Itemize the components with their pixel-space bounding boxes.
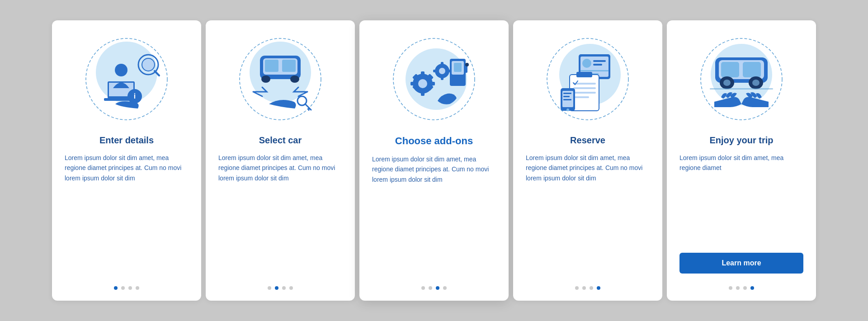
dot-4 [136,286,139,290]
svg-text:i: i [134,92,136,100]
dot-1 [114,286,118,290]
svg-rect-60 [573,96,589,98]
svg-point-26 [418,79,427,88]
svg-rect-15 [265,60,278,72]
card-title: Enjoy your trip [709,135,773,146]
svg-point-45 [465,63,469,66]
svg-point-63 [566,109,569,111]
svg-rect-37 [441,62,443,66]
card-text: Lorem ipsum dolor sit dim amet, mea regi… [218,153,342,183]
card-title: Reserve [570,135,605,146]
card-choose-addons: Choose add-ons Lorem ipsum dolor sit dim… [359,20,509,301]
svg-rect-38 [441,76,443,80]
dot-2 [736,286,740,290]
choose-addons-icon [389,34,479,124]
dot-2 [121,286,125,290]
svg-rect-58 [573,87,596,89]
svg-rect-39 [433,70,437,72]
dot-3 [128,286,132,290]
svg-point-17 [261,76,270,83]
dot-3 [590,286,593,290]
dot-3 [436,286,439,290]
svg-point-74 [723,80,731,86]
svg-rect-51 [593,60,606,62]
svg-rect-59 [573,92,596,94]
learn-more-button[interactable]: Learn more [679,253,803,274]
svg-rect-30 [429,82,435,85]
dot-1 [268,286,271,290]
dots-indicator [729,286,754,290]
enjoy-trip-icon [696,34,787,124]
dot-2 [275,286,278,290]
select-car-icon [235,34,326,124]
dot-4 [750,286,754,290]
card-text: Lorem ipsum dolor sit dim amet, mea regi… [372,154,496,184]
card-title: Choose add-ons [395,135,473,147]
svg-rect-64 [563,93,571,94]
dot-1 [575,286,579,290]
dot-1 [421,286,425,290]
svg-rect-71 [721,62,739,77]
card-text: Lorem ipsum dolor sit dim amet, mea regi… [679,153,803,173]
svg-point-36 [439,68,445,74]
dots-indicator [114,286,139,290]
card-select-car: Select car Lorem ipsum dolor sit dim ame… [206,20,355,301]
svg-point-5 [115,64,127,76]
dots-indicator [421,286,447,290]
dot-2 [429,286,432,290]
svg-rect-29 [410,82,416,85]
card-text: Lorem ipsum dolor sit dim amet, mea regi… [65,153,189,183]
card-title: Select car [259,135,302,146]
card-text: Lorem ipsum dolor sit dim amet, mea regi… [526,153,650,183]
card-enter-details: i Enter details Lorem ipsum dolor sit di… [52,20,201,301]
svg-rect-72 [743,62,761,77]
svg-rect-43 [454,63,462,72]
dot-1 [729,286,732,290]
dot-4 [597,286,600,290]
svg-rect-66 [563,99,571,100]
svg-rect-77 [710,88,773,90]
svg-point-50 [582,59,591,68]
dot-2 [582,286,586,290]
svg-point-76 [752,80,760,86]
card-reserve: Reserve Lorem ipsum dolor sit dim amet, … [513,20,662,301]
dots-indicator [575,286,600,290]
dot-4 [443,286,447,290]
svg-rect-27 [421,71,425,77]
svg-point-18 [290,76,299,83]
svg-rect-56 [576,72,592,77]
svg-rect-65 [563,96,570,97]
dot-3 [743,286,747,290]
cards-container: i Enter details Lorem ipsum dolor sit di… [43,7,825,314]
svg-rect-52 [593,64,602,66]
svg-rect-28 [421,90,425,96]
reserve-icon [542,34,633,124]
dot-3 [282,286,286,290]
dot-4 [289,286,293,290]
card-enjoy-trip: Enjoy your trip Lorem ipsum dolor sit di… [667,20,816,301]
svg-rect-16 [282,60,296,72]
svg-point-7 [142,58,155,71]
svg-rect-53 [580,70,609,71]
enter-details-icon: i [81,34,172,124]
dots-indicator [268,286,293,290]
card-title: Enter details [99,135,154,146]
